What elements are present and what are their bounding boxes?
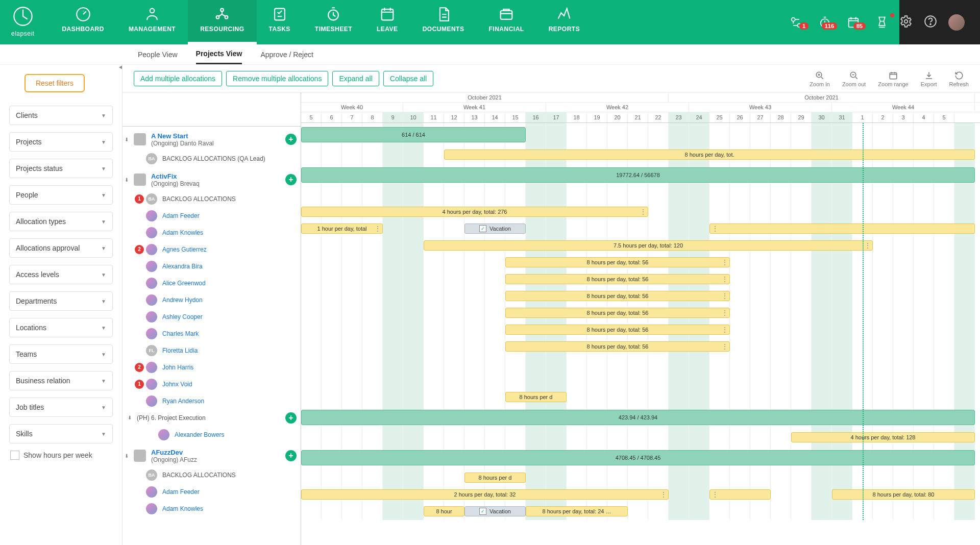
person-name[interactable]: Agnes Gutierrez: [162, 246, 207, 253]
allocation-bar[interactable]: 614 / 614: [301, 127, 526, 142]
gantt-timeline-row[interactable]: 8 hours per day, total: 56⋮: [301, 338, 980, 355]
nav-tasks[interactable]: TASKS: [257, 0, 303, 44]
allocation-bar[interactable]: 8 hours per day, tot.: [444, 150, 975, 160]
gantt-timeline-row[interactable]: [301, 355, 980, 372]
zoom-in-button[interactable]: Zoom in: [810, 70, 830, 87]
project-name[interactable]: A New Start: [151, 132, 214, 140]
nav-documents[interactable]: DOCUMENTS: [410, 0, 477, 44]
allocation-bar[interactable]: 4 hours per day, total: 128: [791, 432, 975, 442]
nav-management[interactable]: MANAGEMENT: [116, 0, 188, 44]
gantt-timeline-row[interactable]: 8 hours per day, total: 56⋮: [301, 271, 980, 288]
person-name[interactable]: Ryan Anderson: [162, 398, 204, 405]
gantt-timeline-row[interactable]: 8 hours per day, total: 56⋮: [301, 254, 980, 271]
gantt-timeline-row[interactable]: 2 hours per day, total: 32⋮⋮8 hours per …: [301, 486, 980, 503]
allocation-bar[interactable]: 2 hours per day, total: 32⋮: [301, 489, 669, 500]
drag-handle-icon[interactable]: ⋮: [722, 259, 727, 266]
drag-handle-icon[interactable]: ⋮: [722, 309, 727, 316]
gantt-timeline-row[interactable]: 8 hours per day, total: 56⋮: [301, 305, 980, 321]
show-hours-checkbox[interactable]: Show hours per week: [9, 451, 113, 460]
nav-timesheet[interactable]: TIMESHEET: [303, 0, 364, 44]
filter-access-levels[interactable]: Access levels▼: [9, 265, 113, 284]
gantt-timeline-row[interactable]: 7.5 hours per day, total: 120⋮: [301, 237, 980, 254]
add-allocation-button[interactable]: +: [285, 174, 297, 185]
person-name[interactable]: Alice Greenwod: [162, 280, 206, 287]
add-multiple-button[interactable]: Add multiple allocations: [134, 71, 222, 86]
gantt-timeline-row[interactable]: 8 hours per day, tot.: [301, 146, 980, 163]
allocation-bar[interactable]: 8 hours per day, total: 56⋮: [505, 291, 730, 301]
person-name[interactable]: John Harris: [162, 364, 193, 371]
drag-handle-icon[interactable]: ⋮: [865, 242, 870, 249]
gantt-timeline-row[interactable]: 8 hour✓Vacation8 hours per day, total: 2…: [301, 503, 980, 520]
gantt-timeline-row[interactable]: 1 hour per day, total⋮✓Vacation⋮: [301, 220, 980, 237]
allocation-bar[interactable]: 8 hours per day, total: 80: [832, 489, 975, 500]
help-icon[interactable]: [924, 15, 937, 30]
drag-handle-icon[interactable]: ⋮: [722, 276, 727, 283]
allocation-bar[interactable]: 1 hour per day, total⋮: [301, 224, 383, 234]
remove-multiple-button[interactable]: Remove multiple allocations: [226, 71, 328, 86]
reset-filters-button[interactable]: Reset filters: [24, 74, 85, 92]
filter-locations[interactable]: Locations▼: [9, 318, 113, 337]
sidebar-collapse-icon[interactable]: ◄: [117, 65, 122, 71]
drag-handle-icon[interactable]: ⋮: [722, 292, 727, 300]
gantt-timeline-row[interactable]: 614 / 614: [301, 123, 980, 146]
person-name[interactable]: Charles Mark: [162, 330, 199, 337]
filter-clients[interactable]: Clients▼: [9, 106, 113, 125]
allocation-bar[interactable]: 19772.64 / 56678: [301, 167, 975, 183]
expand-icon[interactable]: ⬇: [126, 415, 134, 420]
tab-projects-view[interactable]: Projects View: [196, 44, 242, 64]
nav-reports[interactable]: REPORTS: [536, 0, 593, 44]
expand-icon[interactable]: ⬇: [122, 453, 131, 459]
person-name[interactable]: Adam Feeder: [162, 488, 200, 496]
allocation-bar[interactable]: 4708.45 / 4708.45: [301, 450, 975, 465]
project-name[interactable]: ActivFix: [151, 172, 200, 180]
checkbox-icon[interactable]: [10, 451, 19, 460]
notification-icon-3[interactable]: [873, 0, 891, 44]
allocation-bar[interactable]: 8 hours per day, total: 56⋮: [505, 274, 730, 284]
gantt-timeline-row[interactable]: [301, 187, 980, 204]
allocation-bar[interactable]: ✓Vacation: [464, 506, 526, 516]
allocation-bar[interactable]: 8 hours per day, total: 24 …: [526, 506, 628, 516]
person-name[interactable]: Adam Knowles: [162, 229, 203, 236]
gantt-timeline-row[interactable]: 19772.64 / 56678: [301, 163, 980, 187]
gantt-timeline-row[interactable]: 8 hours per day, total: 56⋮: [301, 321, 980, 338]
filter-business-relation[interactable]: Business relation▼: [9, 371, 113, 390]
person-name[interactable]: Johnx Void: [162, 381, 192, 388]
expand-icon[interactable]: ⬇: [122, 137, 131, 142]
allocation-bar[interactable]: ⋮: [709, 489, 771, 500]
notification-icon-2[interactable]: 85: [844, 0, 863, 44]
allocation-bar[interactable]: 8 hour: [424, 506, 464, 516]
filter-teams[interactable]: Teams▼: [9, 344, 113, 364]
gantt-timeline-row[interactable]: 4 hours per day, total: 276⋮: [301, 204, 980, 220]
filter-allocation-types[interactable]: Allocation types▼: [9, 212, 113, 231]
allocation-bar[interactable]: 423.94 / 423.94: [301, 410, 975, 425]
drag-handle-icon[interactable]: ⋮: [712, 491, 718, 498]
tab-people-view[interactable]: People View: [138, 45, 178, 64]
gantt-timeline-row[interactable]: 8 hours per d: [301, 389, 980, 406]
gantt-timeline-row[interactable]: 423.94 / 423.94: [301, 406, 980, 429]
notification-icon-1[interactable]: 116: [816, 0, 834, 44]
person-name[interactable]: Andrew Hydon: [162, 296, 203, 304]
drag-handle-icon[interactable]: ⋮: [712, 225, 718, 232]
add-allocation-button[interactable]: +: [285, 450, 297, 461]
allocation-bar[interactable]: 8 hours per day, total: 56⋮: [505, 308, 730, 318]
person-name[interactable]: Ashley Cooper: [162, 313, 203, 320]
export-button[interactable]: Export: [921, 70, 937, 87]
allocation-bar[interactable]: 4 hours per day, total: 276⋮: [301, 207, 648, 217]
expand-all-button[interactable]: Expand all: [332, 71, 379, 86]
allocation-bar[interactable]: ⋮: [709, 224, 975, 234]
drag-handle-icon[interactable]: ⋮: [640, 208, 646, 215]
refresh-button[interactable]: Refresh: [949, 70, 969, 87]
person-name[interactable]: Alexander Bowers: [175, 431, 224, 438]
drag-handle-icon[interactable]: ⋮: [722, 326, 727, 333]
add-allocation-button[interactable]: +: [285, 412, 297, 424]
filter-skills[interactable]: Skills▼: [9, 424, 113, 443]
allocation-bar[interactable]: 8 hours per day, total: 56⋮: [505, 257, 730, 267]
allocation-bar[interactable]: 7.5 hours per day, total: 120⋮: [424, 240, 873, 251]
person-name[interactable]: Floretta Lidia: [162, 347, 198, 354]
person-name[interactable]: Alexandra Bira: [162, 263, 203, 270]
filter-allocations-approval[interactable]: Allocations approval▼: [9, 238, 113, 258]
expand-icon[interactable]: ⬇: [122, 177, 131, 183]
allocation-bar[interactable]: ✓Vacation: [464, 224, 526, 234]
nav-dashboard[interactable]: DASHBOARD: [50, 0, 116, 44]
drag-handle-icon[interactable]: ⋮: [660, 491, 666, 498]
